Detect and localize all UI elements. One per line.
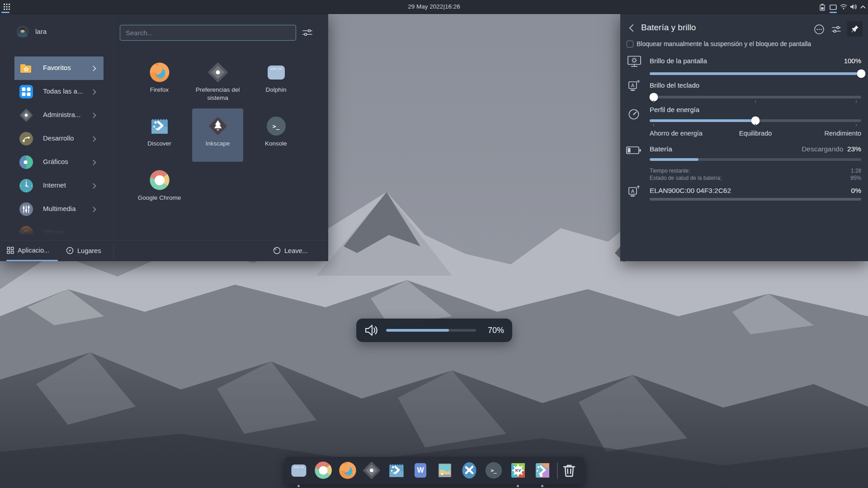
pin-button[interactable] [847, 21, 863, 37]
volume-osd-track [386, 329, 476, 332]
paint-app-icon [533, 461, 552, 479]
app-label: Google Chrome [138, 194, 181, 202]
peripheral-keyboard-icon: A [628, 185, 640, 197]
screen-brightness-icon [627, 55, 642, 67]
speaker-icon [364, 324, 379, 337]
power-profile-options: Ahorro de energía Equilibrado Rendimient… [650, 130, 861, 139]
dock-item-dolphin[interactable] [290, 461, 308, 479]
firefox-icon [339, 461, 357, 479]
power-profile-slider[interactable] [650, 119, 861, 122]
avatar[interactable] [16, 25, 29, 38]
slider-handle[interactable] [857, 70, 866, 78]
inkscape-icon [208, 116, 228, 136]
clock[interactable]: 29 May 2022|16:26 [408, 3, 460, 10]
chrome-icon [149, 170, 170, 191]
dock-item-system-settings[interactable] [363, 461, 381, 479]
configure-icon[interactable] [302, 28, 313, 37]
option-balanced[interactable]: Equilibrado [739, 130, 772, 137]
dock-item-image-viewer[interactable] [436, 461, 454, 479]
app-konsole[interactable]: >_ Konsole [250, 108, 302, 162]
app-dolphin[interactable]: Dolphin [250, 55, 302, 108]
footer-divider [113, 243, 114, 260]
keyboard-brightness-slider[interactable] [650, 96, 861, 99]
dock-item-kdenlive[interactable]: KV [509, 461, 527, 479]
leave-button[interactable]: Leave... [273, 247, 308, 254]
back-button[interactable] [629, 24, 637, 32]
dock-item-writer[interactable]: W [411, 461, 429, 479]
dock-separator [557, 462, 558, 479]
wifi-tray-icon[interactable] [840, 4, 847, 9]
battery-tray-icon[interactable] [820, 4, 825, 11]
applications-tab-icon [7, 247, 14, 254]
tab-applications[interactable]: Aplicacio... [7, 247, 49, 254]
dock-item-trash[interactable] [560, 461, 578, 479]
application-launcher-button[interactable] [2, 2, 12, 12]
app-inkscape[interactable]: Inkscape [192, 108, 243, 162]
discover-icon [387, 461, 406, 479]
app-system-settings[interactable]: Preferencias del sistema [192, 55, 243, 108]
dock-item-code[interactable] [460, 461, 478, 479]
leave-icon [273, 247, 281, 254]
app-google-chrome[interactable]: Google Chrome [134, 163, 185, 216]
dolphin-icon [290, 461, 308, 479]
power-profile-icon [628, 108, 640, 120]
dock-item-google-chrome[interactable] [314, 461, 332, 479]
category-label: Gráficos [43, 158, 68, 165]
chevron-right-icon [90, 113, 96, 118]
option-power-save[interactable]: Ahorro de energía [650, 130, 703, 137]
checkbox-label[interactable]: Bloquear manualmente la suspensión y el … [637, 40, 811, 47]
tray-expand-caret-icon[interactable] [860, 5, 866, 9]
application-launcher-menu: lara Favoritos Todas las a... [0, 14, 328, 261]
configure-button[interactable] [831, 25, 841, 33]
sidebar-item-graphics[interactable]: Gráficos [0, 150, 113, 174]
category-label: Internet [43, 181, 66, 189]
sidebar-item-all-applications[interactable]: Todas las a... [0, 80, 113, 103]
graphics-icon [19, 155, 33, 169]
peripheral-label: ELAN900C:00 04F3:2C62 [650, 187, 731, 195]
app-firefox[interactable]: Firefox [134, 55, 185, 108]
volume-tray-icon[interactable] [850, 4, 857, 10]
app-label: Firefox [150, 86, 169, 94]
sidebar-item-administration[interactable]: Administra... [0, 103, 113, 127]
dolphin-icon [266, 62, 287, 83]
battery-health-label: Estado de salud de la batería: [650, 175, 722, 181]
status-overflow-button[interactable] [814, 24, 825, 35]
active-task-underline [1, 12, 9, 13]
development-icon [19, 132, 33, 145]
lock-suspend-checkbox[interactable] [627, 41, 633, 47]
battery-progressbar [650, 158, 861, 161]
active-tab-underline [6, 260, 58, 261]
sidebar-item-internet[interactable]: Internet [0, 174, 113, 197]
peripheral-value: 0% [851, 187, 861, 195]
sidebar-item-development[interactable]: Desarrollo [0, 127, 113, 150]
panel-title: Batería y brillo [641, 23, 696, 33]
firefox-icon [149, 62, 170, 83]
screen-brightness-slider[interactable] [650, 72, 861, 75]
terminal-glyph: >_ [485, 461, 503, 479]
running-indicator [541, 485, 543, 487]
dock-item-konsole[interactable]: >_ [485, 461, 503, 479]
dock-item-discover[interactable] [387, 461, 406, 479]
tab-places[interactable]: Lugares [66, 247, 101, 254]
trash-icon [560, 461, 578, 479]
favorites-folder-icon [19, 61, 33, 75]
app-label: Inkscape [205, 140, 230, 148]
svg-text:A: A [631, 83, 635, 88]
slider-tick [856, 100, 857, 103]
display-tray-icon[interactable] [830, 5, 837, 10]
dock-item-firefox[interactable] [339, 461, 357, 479]
sidebar-item-favorites[interactable]: Favoritos [0, 56, 113, 80]
system-settings-icon [208, 62, 228, 83]
category-label: Todas las a... [43, 87, 83, 95]
app-discover[interactable]: Discover [134, 108, 185, 162]
volume-osd-fill [386, 329, 449, 332]
battery-percent: 23% [847, 145, 861, 153]
app-label: Konsole [265, 140, 287, 148]
all-apps-grid-icon [19, 85, 33, 99]
launcher-footer: Aplicacio... Lugares Leave... [0, 240, 328, 262]
search-input[interactable] [120, 25, 296, 41]
dock-item-paint-app[interactable] [533, 461, 552, 479]
apps-grid-icon [4, 4, 10, 10]
svg-text:A: A [631, 188, 635, 194]
option-performance[interactable]: Rendimiento [825, 130, 861, 137]
